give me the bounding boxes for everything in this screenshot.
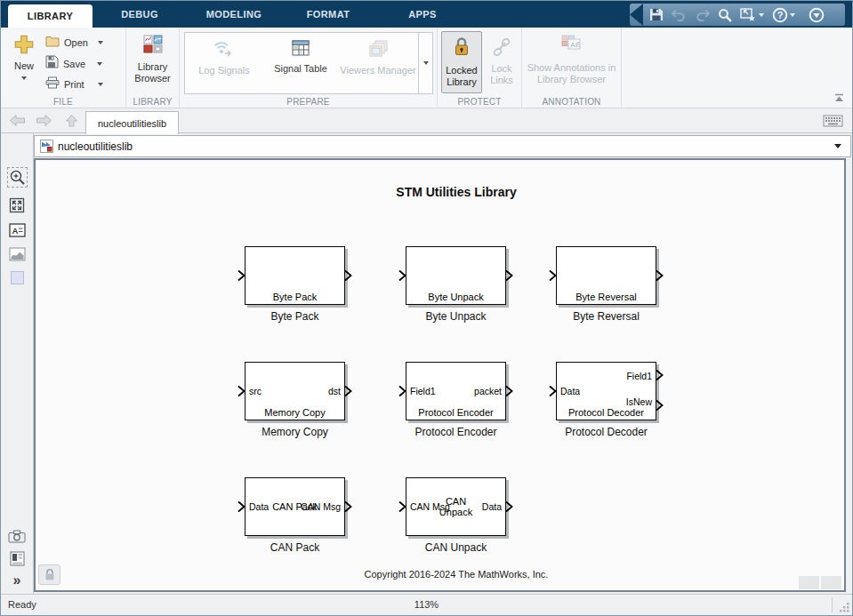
block-byte-unpack[interactable]: Byte Unpack Byte Unpack	[406, 246, 506, 305]
save-icon[interactable]	[649, 8, 664, 21]
library-browser-icon	[143, 35, 163, 57]
document-tab[interactable]: nucleoutilitieslib	[85, 111, 179, 134]
add-to-quick-access-icon[interactable]	[740, 7, 764, 22]
output-port-icon[interactable]	[656, 399, 664, 411]
chevron-down-icon	[759, 13, 764, 17]
help-icon[interactable]: ?	[772, 7, 795, 23]
open-button[interactable]: Open	[45, 34, 124, 52]
svg-text:?: ?	[777, 10, 784, 20]
library-lock-badge[interactable]	[38, 564, 60, 585]
open-folder-icon	[45, 35, 60, 51]
area-box-tool-icon[interactable]	[11, 271, 24, 284]
canvas-title: STM Utilities Library	[314, 185, 599, 199]
minimize-ribbon-icon[interactable]	[809, 7, 825, 23]
lock-icon	[453, 36, 471, 61]
output-port-icon[interactable]	[505, 270, 513, 282]
library-canvas[interactable]: STM Utilities Library Byte Pack Byte Pac…	[34, 158, 846, 592]
input-port-icon[interactable]	[398, 386, 406, 397]
output-port-icon[interactable]	[344, 270, 352, 282]
back-icon[interactable]	[9, 114, 26, 127]
tab-format[interactable]: FORMAT	[281, 1, 375, 28]
up-icon[interactable]	[63, 112, 76, 129]
block-can-unpack[interactable]: CAN Msg Data CAN Unpack CAN Unpack	[406, 477, 506, 536]
print-icon	[45, 76, 60, 92]
report-icon[interactable]	[10, 551, 25, 566]
keyboard-shortcuts-icon[interactable]	[823, 115, 843, 127]
chevron-down-icon	[98, 83, 103, 86]
block-byte-reversal[interactable]: Byte Reversal Byte Reversal	[556, 246, 656, 305]
output-port-icon[interactable]	[656, 270, 664, 282]
chain-link-icon	[493, 38, 511, 60]
print-button[interactable]: Print	[45, 76, 124, 93]
chevron-down-icon	[98, 41, 103, 44]
annotation-tool-icon[interactable]: A	[9, 223, 26, 237]
block-memory-copy[interactable]: src dst Memory Copy Memory Copy	[245, 362, 345, 420]
signal-table-button[interactable]: Signal Table	[263, 33, 338, 93]
output-port-icon[interactable]	[505, 386, 513, 397]
tab-debug[interactable]: DEBUG	[93, 1, 187, 28]
ribbon-section-library: Library Browser LIBRARY	[126, 28, 180, 108]
signal-table-icon	[292, 40, 310, 60]
save-button[interactable]: Save	[45, 55, 124, 73]
forward-icon[interactable]	[36, 114, 52, 127]
locked-library-toggle[interactable]: Locked Library	[441, 31, 482, 93]
block-can-pack[interactable]: Data CAN Msg CAN Pack CAN Pack	[245, 477, 345, 536]
toolstrip-tab-bar: LIBRARY DEBUG MODELING FORMAT APPS	[1, 1, 852, 28]
svg-text:AE: AE	[570, 41, 581, 49]
new-plus-icon	[12, 33, 36, 60]
expand-palette-icon[interactable]: »	[13, 574, 21, 587]
input-port-icon[interactable]	[237, 270, 245, 282]
chevron-down-icon	[790, 13, 795, 17]
log-signals-icon	[213, 40, 235, 61]
address-bar[interactable]: nucleoutilitieslib	[34, 135, 851, 157]
output-port-icon[interactable]	[344, 501, 352, 513]
input-port-icon[interactable]	[549, 386, 557, 397]
gallery-dropdown-button[interactable]	[418, 33, 432, 93]
undo-icon[interactable]	[672, 9, 687, 21]
input-port-icon[interactable]	[398, 501, 406, 513]
redo-icon[interactable]	[695, 9, 710, 21]
quick-access-toolbar: ?	[630, 4, 845, 26]
address-dropdown-icon[interactable]	[834, 144, 841, 148]
block-byte-pack[interactable]: Byte Pack Byte Pack	[245, 246, 345, 305]
collapse-ribbon-icon[interactable]	[833, 93, 845, 103]
ribbon-section-protect: Locked Library Lock Links PROTECT	[438, 28, 522, 108]
breadcrumb: nucleoutilitieslib	[58, 140, 830, 153]
output-port-icon[interactable]	[656, 370, 664, 381]
output-port-icon[interactable]	[505, 501, 513, 513]
tab-library[interactable]: LIBRARY	[8, 4, 93, 28]
zoom-tool-icon[interactable]	[7, 167, 28, 188]
viewers-manager-icon	[368, 40, 388, 61]
new-button[interactable]: New	[6, 33, 42, 95]
image-tool-icon[interactable]	[9, 247, 26, 261]
save-floppy-icon	[45, 55, 59, 72]
input-port-icon[interactable]	[237, 386, 245, 397]
chevron-down-icon	[21, 76, 27, 80]
simulink-library-window: LIBRARY DEBUG MODELING FORMAT APPS	[0, 0, 853, 616]
tab-modeling[interactable]: MODELING	[187, 1, 281, 28]
lock-links-button[interactable]: Lock Links	[484, 31, 519, 95]
zoom-level: 113%	[1, 599, 852, 610]
tab-apps[interactable]: APPS	[375, 1, 470, 28]
search-icon[interactable]	[718, 8, 732, 22]
input-port-icon[interactable]	[237, 501, 245, 513]
library-browser-button[interactable]: Library Browser	[126, 28, 179, 108]
ribbon: New Open Save	[1, 28, 852, 108]
fit-to-view-icon[interactable]	[9, 197, 25, 213]
input-port-icon[interactable]	[549, 270, 557, 282]
address-row: nucleoutilitieslib	[1, 133, 852, 158]
show-annotations-button[interactable]: AE Show Annotations in Library Browser	[522, 28, 621, 85]
status-divider	[832, 597, 833, 612]
screenshot-camera-icon[interactable]	[8, 530, 26, 543]
document-tab-bar: nucleoutilitieslib	[1, 108, 852, 133]
chevron-down-icon	[97, 62, 102, 66]
input-port-icon[interactable]	[398, 270, 406, 282]
status-bar: Ready 113%	[1, 594, 852, 615]
block-protocol-decoder[interactable]: Data Field1 IsNew Protocol Decoder Proto…	[556, 362, 656, 420]
log-signals-button[interactable]: Log Signals	[185, 33, 263, 93]
palette-sidebar: A »	[1, 133, 34, 594]
block-protocol-encoder[interactable]: Field1 packet Protocol Encoder Protocol …	[406, 362, 506, 420]
output-port-icon[interactable]	[344, 386, 352, 397]
viewers-manager-button[interactable]: Viewers Manager	[338, 33, 418, 93]
resize-grip-icon[interactable]	[840, 603, 850, 613]
